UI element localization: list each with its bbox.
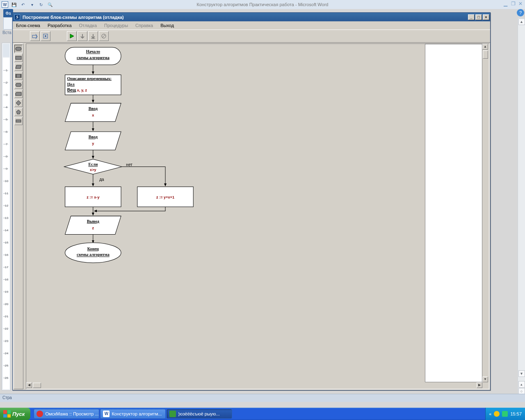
node-input-y[interactable]: Ввод y [65, 132, 121, 150]
minimize-icon[interactable]: ▁ [504, 1, 509, 7]
tb-step-out-button[interactable] [30, 31, 40, 41]
svg-text:z := y+x+1: z := y+x+1 [156, 195, 174, 199]
start-button[interactable]: Пуск [0, 408, 30, 420]
menu-procedures: Процедуры [104, 23, 128, 28]
tray-expand-icon[interactable]: « [489, 411, 491, 416]
svg-text:x: x [92, 113, 94, 117]
tb-step-down-button[interactable] [78, 31, 87, 41]
dropdown-icon[interactable]: ▾ [29, 1, 35, 8]
svg-rect-17 [16, 120, 21, 122]
canvas-container: Начало схемы алгоритма Описание переменн… [26, 43, 489, 389]
scroll-left-icon[interactable]: ◀ [26, 382, 32, 388]
word-vertical-scrollbar[interactable]: ▲ ▼ ▴ ○ ▾ [518, 18, 525, 402]
menu-exit[interactable]: Выход [160, 23, 174, 28]
node-variables[interactable]: Описание переменных: Цел Вещ x, y, z [65, 75, 121, 95]
svg-rect-0 [32, 35, 37, 38]
opera-icon [37, 411, 43, 417]
svg-text:Если: Если [88, 162, 98, 167]
palette-display-icon[interactable] [14, 117, 23, 125]
help-icon[interactable]: ? [517, 9, 524, 16]
menu-blockscheme[interactable]: Блок-схема [16, 23, 40, 28]
vertical-ruler: 1234567891011121314151617181920212223242… [2, 43, 11, 390]
clock[interactable]: 15:57 [510, 411, 522, 416]
word-window-title: Конструктор алгоритмов Практическая рабо… [197, 2, 329, 7]
shape-palette [14, 43, 23, 389]
subwin-titlebar[interactable]: S Построение блок-схемы алгоритма (отлад… [13, 13, 490, 21]
tb-step-over-button[interactable] [41, 31, 50, 41]
taskbar-button-constructor[interactable]: ¦юзёёёєъюё рыую... [167, 409, 232, 419]
svg-text:z: z [92, 226, 94, 230]
scroll-down-icon[interactable]: ▼ [482, 377, 488, 382]
scroll-thumb[interactable] [33, 383, 41, 388]
svg-text:Конец: Конец [87, 247, 99, 251]
palette-connector-icon[interactable] [14, 108, 23, 116]
taskbar-button-browser[interactable]: ОмскМама :: Просмотр ... [34, 409, 99, 419]
node-process-right[interactable]: z := y+x+1 [137, 187, 193, 207]
tray-icon-1[interactable] [494, 411, 500, 417]
node-output[interactable]: Вывод z [65, 216, 121, 235]
print-preview-icon[interactable]: 🔍 [47, 1, 53, 8]
undo-icon[interactable]: ↶ [20, 1, 26, 8]
svg-text:схемы алгоритма: схемы алгоритма [77, 252, 110, 257]
svg-text:x>y: x>y [90, 168, 96, 172]
save-icon[interactable]: 💾 [11, 1, 17, 8]
palette-loop-icon[interactable] [14, 81, 23, 89]
scroll-thumb[interactable] [483, 50, 488, 59]
subwin-close-button[interactable]: × [483, 14, 489, 20]
svg-line-6 [102, 34, 105, 38]
palette-card-icon[interactable] [14, 90, 23, 98]
word-titlebar: W 💾 ↶ ▾ ↻ 🔍 Конструктор алгоритмов Практ… [0, 0, 525, 9]
palette-io-icon[interactable] [14, 63, 23, 71]
tray-icon-2[interactable] [502, 411, 508, 417]
tb-stop-button[interactable] [99, 31, 109, 41]
flowchart-canvas[interactable]: Начало схемы алгоритма Описание переменн… [26, 44, 482, 382]
palette-terminator-icon[interactable] [14, 45, 23, 53]
label-yes: да [99, 177, 104, 182]
svg-text:Начало: Начало [86, 49, 100, 54]
output-panel [425, 44, 482, 382]
menu-development[interactable]: Разработка [48, 23, 72, 28]
close-icon[interactable]: ✕ [518, 1, 524, 7]
taskbar-button-word[interactable]: W Конструктор алгоритм... [100, 409, 166, 419]
subwin-menubar: Блок-схема Разработка Отладка Процедуры … [13, 21, 490, 30]
svg-marker-9 [16, 65, 21, 68]
quick-access-toolbar: W 💾 ↶ ▾ ↻ 🔍 [0, 1, 53, 8]
palette-subroutine-icon[interactable] [14, 72, 23, 80]
subwin-app-icon: S [14, 14, 20, 20]
svg-rect-7 [16, 47, 21, 50]
scroll-right-icon[interactable]: ▶ [477, 382, 482, 388]
tb-step-into-button[interactable] [88, 31, 98, 41]
palette-process-icon[interactable] [14, 54, 23, 62]
subwin-toolbar [13, 30, 490, 43]
tb-run-button[interactable] [67, 31, 77, 41]
node-end[interactable]: Конец схемы алгоритма [65, 243, 121, 263]
node-decision[interactable]: Если x>y [64, 159, 122, 174]
svg-rect-8 [16, 56, 21, 59]
restore-icon[interactable]: ❐ [511, 1, 517, 7]
node-process-left[interactable]: z := x-y [65, 187, 121, 207]
svg-marker-3 [70, 34, 74, 38]
redo-icon[interactable]: ↻ [38, 1, 44, 8]
subwin-maximize-button[interactable]: □ [475, 14, 482, 20]
svg-marker-14 [16, 92, 21, 96]
node-start[interactable]: Начало схемы алгоритма [65, 47, 121, 65]
scroll-up-icon[interactable]: ▲ [518, 18, 525, 25]
svg-text:Ввод: Ввод [89, 106, 98, 111]
word-icon[interactable]: W [2, 1, 8, 8]
canvas-vertical-scrollbar[interactable]: ▲ ▼ [482, 44, 489, 382]
svg-marker-13 [16, 83, 21, 87]
scroll-up-icon[interactable]: ▲ [482, 44, 488, 50]
windows-taskbar: Пуск ОмскМама :: Просмотр ... W Конструк… [0, 408, 525, 420]
svg-text:z := x-y: z := x-y [87, 195, 100, 199]
canvas-horizontal-scrollbar[interactable]: ◀ ▶ [26, 382, 489, 389]
palette-decision-icon[interactable] [14, 99, 23, 107]
start-label: Пуск [12, 411, 25, 417]
system-tray[interactable]: « 15:57 [485, 408, 525, 420]
node-input-x[interactable]: Ввод x [65, 103, 121, 122]
subwin-minimize-button[interactable]: _ [468, 14, 475, 20]
word-file-tab[interactable]: Фа [3, 9, 13, 17]
ribbon-fragment [3, 17, 12, 30]
label-no: нет [126, 162, 132, 167]
browse-prev-icon[interactable]: ▴ [518, 381, 525, 388]
scroll-down-icon[interactable]: ▼ [518, 370, 525, 377]
